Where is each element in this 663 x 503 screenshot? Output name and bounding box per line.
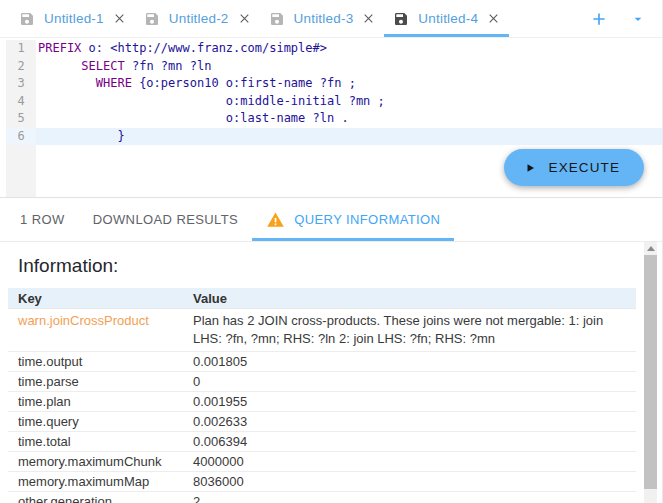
execute-button-label: EXECUTE <box>549 160 620 175</box>
code-segment: o:last-name ?ln . <box>38 111 349 125</box>
row-value: Plan has 2 JOIN cross-products. These jo… <box>183 309 636 351</box>
scrollbar-up-arrow-icon[interactable] <box>647 246 655 251</box>
code-segment: ?fn ?mn ?ln <box>125 59 212 73</box>
query-information-panel: Information: Key Value warn.joinCrossPro… <box>0 242 662 503</box>
row-value: 4000000 <box>183 452 636 471</box>
code-line-text: WHERE {o:person10 o:first-name ?fn ; <box>36 75 662 93</box>
results-tab-1-row[interactable]: 1 ROW <box>6 198 79 241</box>
table-header-row: Key Value <box>8 288 636 309</box>
results-tab-label: 1 ROW <box>20 212 65 227</box>
line-number: 3 <box>6 75 36 93</box>
code-segment <box>38 76 96 90</box>
code-segment: PREFIX <box>38 41 81 55</box>
editor-tab-label: Untitled-1 <box>44 11 104 26</box>
line-number: 4 <box>6 93 36 111</box>
scrollbar-thumb[interactable] <box>644 255 657 489</box>
row-key: time.output <box>8 352 183 371</box>
results-tab-bar: 1 ROW DOWNLOAD RESULTS QUERY INFORMATION <box>0 198 662 242</box>
editor-tab-label: Untitled-2 <box>169 11 229 26</box>
code-segment: SELECT <box>81 59 124 73</box>
information-title: Information: <box>18 255 662 277</box>
editor-tab-untitled-1[interactable]: Untitled-1 <box>10 0 135 37</box>
execute-button[interactable]: EXECUTE <box>504 149 644 186</box>
code-segment: {o:person10 o:first-name ?fn ; <box>132 76 356 90</box>
row-value: 0.006394 <box>183 432 636 451</box>
close-tab-icon[interactable] <box>238 12 251 25</box>
editor-tab-bar: Untitled-1 Untitled-2 Untitled-3 Untitle… <box>0 0 662 38</box>
editor-tab-untitled-4[interactable]: Untitled-4 <box>384 0 509 37</box>
play-icon <box>524 161 536 175</box>
column-header-value: Value <box>183 291 636 306</box>
row-key: other.generation <box>8 492 183 503</box>
save-icon[interactable] <box>144 11 160 27</box>
line-number: 2 <box>6 58 36 76</box>
column-header-key: Key <box>8 291 183 306</box>
editor-tab-label: Untitled-4 <box>418 11 478 26</box>
row-key: time.plan <box>8 392 183 411</box>
code-segment: o:middle-initial ?mn ; <box>38 94 385 108</box>
table-row: time.parse 0 <box>8 372 636 392</box>
code-segment: WHERE <box>96 76 132 90</box>
tab-menu-caret-down-icon[interactable] <box>630 11 646 27</box>
code-line: 3 WHERE {o:person10 o:first-name ?fn ; <box>0 75 662 93</box>
warning-icon <box>266 211 285 229</box>
editor-tab-untitled-2[interactable]: Untitled-2 <box>135 0 260 37</box>
query-editor[interactable]: 1 PREFIX o: <http://www.franz.com/simple… <box>0 38 662 198</box>
table-row: warn.joinCrossProduct Plan has 2 JOIN cr… <box>8 309 636 352</box>
row-value: 0.001955 <box>183 392 636 411</box>
vertical-scrollbar[interactable] <box>644 242 657 503</box>
code-segment: } <box>38 129 125 143</box>
code-line: 4 o:middle-initial ?mn ; <box>0 93 662 111</box>
information-table: Key Value warn.joinCrossProduct Plan has… <box>8 288 636 503</box>
editor-tab-label: Untitled-3 <box>294 11 354 26</box>
code-line-text: o:middle-initial ?mn ; <box>36 93 662 111</box>
tab-bar-actions <box>590 0 662 37</box>
table-row: memory.maximumMap 8036000 <box>8 472 636 492</box>
close-tab-icon[interactable] <box>487 12 500 25</box>
new-tab-plus-icon[interactable] <box>590 10 608 28</box>
line-number: 6 <box>6 128 36 146</box>
code-line-text: SELECT ?fn ?mn ?ln <box>36 58 662 76</box>
table-row: time.query 0.002633 <box>8 412 636 432</box>
row-key: time.total <box>8 432 183 451</box>
save-icon[interactable] <box>19 11 35 27</box>
row-key: time.parse <box>8 372 183 391</box>
code-line: 2 SELECT ?fn ?mn ?ln <box>0 58 662 76</box>
close-tab-icon[interactable] <box>113 12 126 25</box>
code-line-text: } <box>36 128 662 146</box>
close-tab-icon[interactable] <box>362 12 375 25</box>
table-row: time.output 0.001805 <box>8 352 636 372</box>
table-body: warn.joinCrossProduct Plan has 2 JOIN cr… <box>8 309 636 503</box>
code-line: 5 o:last-name ?ln . <box>0 110 662 128</box>
results-tab-query-information[interactable]: QUERY INFORMATION <box>252 198 454 241</box>
row-value: 0 <box>183 372 636 391</box>
results-tab-label: DOWNLOAD RESULTS <box>93 212 239 227</box>
row-value: 2 <box>183 492 636 503</box>
code-segment <box>38 59 81 73</box>
code-line: 6 } <box>0 128 662 146</box>
editor-tabs: Untitled-1 Untitled-2 Untitled-3 Untitle… <box>10 0 509 37</box>
code-line: 1 PREFIX o: <http://www.franz.com/simple… <box>0 40 662 58</box>
results-tab-label: QUERY INFORMATION <box>294 212 440 227</box>
row-value: 8036000 <box>183 472 636 491</box>
table-row: memory.maximumChunk 4000000 <box>8 452 636 472</box>
sparql-query-page: Untitled-1 Untitled-2 Untitled-3 Untitle… <box>0 0 663 503</box>
row-key: warn.joinCrossProduct <box>8 309 183 351</box>
line-number: 1 <box>6 40 36 58</box>
line-number: 5 <box>6 110 36 128</box>
table-row: time.plan 0.001955 <box>8 392 636 412</box>
row-key: time.query <box>8 412 183 431</box>
save-icon[interactable] <box>393 11 409 27</box>
row-value: 0.002633 <box>183 412 636 431</box>
code-line-text: o:last-name ?ln . <box>36 110 662 128</box>
row-value: 0.001805 <box>183 352 636 371</box>
table-row: other.generation 2 <box>8 492 636 503</box>
table-row: time.total 0.006394 <box>8 432 636 452</box>
code-segment: o: <http://www.franz.com/simple#> <box>81 41 327 55</box>
results-tab-download-results[interactable]: DOWNLOAD RESULTS <box>79 198 253 241</box>
code-line-text: PREFIX o: <http://www.franz.com/simple#> <box>36 40 662 58</box>
row-key: memory.maximumChunk <box>8 452 183 471</box>
editor-tab-untitled-3[interactable]: Untitled-3 <box>260 0 385 37</box>
row-key: memory.maximumMap <box>8 472 183 491</box>
save-icon[interactable] <box>269 11 285 27</box>
